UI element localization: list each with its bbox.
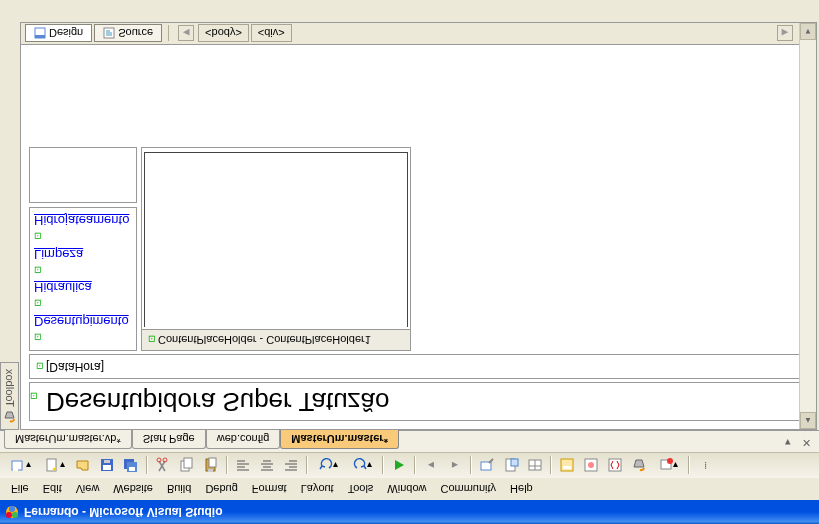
tab-webconfig[interactable]: web.config <box>206 430 281 449</box>
save-button[interactable] <box>96 455 118 477</box>
svg-rect-4 <box>12 462 22 471</box>
separator <box>306 457 308 475</box>
separator <box>688 457 690 475</box>
nav-fwd-button[interactable]: ► <box>444 455 466 477</box>
menu-format[interactable]: Format <box>245 481 294 497</box>
open-button[interactable] <box>72 455 94 477</box>
toolbox-label: Toolbox <box>4 369 16 407</box>
svg-rect-18 <box>208 470 213 473</box>
link-hidrojateamento[interactable]: Hidrojateamento <box>34 212 132 230</box>
content-placeholder-body[interactable] <box>144 152 408 327</box>
align-left-button[interactable] <box>232 455 254 477</box>
vertical-scrollbar[interactable]: ▲ ▼ <box>799 23 816 429</box>
toolbox-panel-tab[interactable]: Toolbox <box>0 362 19 430</box>
design-surface: ⊡Desentupidora Super Tatuzão ⊡[DataHora]… <box>20 22 817 430</box>
window-titlebar: Fernando - Microsoft Visual Studio <box>0 500 819 524</box>
find-button[interactable] <box>476 455 498 477</box>
svg-point-1 <box>6 512 12 518</box>
save-all-button[interactable] <box>120 455 142 477</box>
menu-community[interactable]: Community <box>433 481 503 497</box>
stylesheet-button[interactable] <box>500 455 522 477</box>
tab-start-page[interactable]: Start Page <box>132 430 206 449</box>
breadcrumb-body[interactable]: <body> <box>198 25 249 43</box>
link-hidraulica[interactable]: Hidraulica <box>34 279 132 297</box>
toolbox-icon <box>3 410 16 423</box>
separator <box>550 457 552 475</box>
svg-rect-12 <box>129 468 135 472</box>
smart-tag-marker: ⊡ <box>34 231 42 241</box>
link-desentupimento[interactable]: Desentupimento <box>34 312 132 330</box>
copy-button[interactable] <box>176 455 198 477</box>
toolbar-options-button[interactable]: ⁞ <box>694 455 716 477</box>
menu-view[interactable]: View <box>69 481 107 497</box>
menu-edit[interactable]: Edit <box>36 481 69 497</box>
svg-rect-19 <box>209 459 216 468</box>
scroll-up-icon[interactable]: ▲ <box>800 412 816 429</box>
solution-explorer-button[interactable] <box>556 455 578 477</box>
tab-master-vb[interactable]: MasterUm.master.vb* <box>4 430 132 449</box>
breadcrumb-next-icon[interactable]: ► <box>777 26 793 42</box>
add-item-button[interactable]: ▾ <box>38 455 70 477</box>
table-button[interactable] <box>524 455 546 477</box>
app-icon <box>4 504 20 520</box>
empty-cell[interactable] <box>29 147 137 203</box>
page-title[interactable]: Desentupidora Super Tatuzão <box>40 383 396 420</box>
menu-website[interactable]: Website <box>106 481 160 497</box>
toolbox-button[interactable] <box>628 455 650 477</box>
separator <box>168 26 170 42</box>
smart-tag-marker: ⊡ <box>34 265 42 275</box>
error-list-button[interactable]: ▾ <box>652 455 684 477</box>
object-browser-button[interactable] <box>604 455 626 477</box>
link-limpeza[interactable]: Limpeza <box>34 245 132 263</box>
svg-point-3 <box>9 506 15 512</box>
svg-rect-9 <box>104 461 110 464</box>
separator <box>382 457 384 475</box>
svg-rect-8 <box>103 466 111 471</box>
design-view-tab[interactable]: Design <box>25 25 92 43</box>
svg-rect-16 <box>184 459 192 469</box>
align-center-button[interactable] <box>256 455 278 477</box>
align-right-button[interactable] <box>280 455 302 477</box>
new-project-button[interactable]: ▾ <box>4 455 36 477</box>
smart-tag-marker: ⊡ <box>30 391 38 401</box>
tab-dropdown-icon[interactable]: ▾ <box>781 436 795 450</box>
separator <box>146 457 148 475</box>
content-placeholder[interactable]: ⊡ContentPlaceHolder - ContentPlaceHolder… <box>141 147 411 351</box>
menu-debug[interactable]: Debug <box>198 481 244 497</box>
source-view-icon <box>103 28 115 40</box>
svg-rect-25 <box>563 467 571 470</box>
menu-file[interactable]: File <box>4 481 36 497</box>
content-placeholder-label: ContentPlaceHolder - ContentPlaceHolder1 <box>158 334 371 346</box>
breadcrumb-div[interactable]: <div> <box>251 25 292 43</box>
nav-links-cell: ⊡Desentupimento ⊡Hidraulica ⊡Limpeza ⊡Hi… <box>29 207 137 351</box>
menu-window[interactable]: Window <box>380 481 433 497</box>
tab-masterum-master[interactable]: MasterUm.master* <box>280 430 399 449</box>
design-view-icon <box>34 28 46 40</box>
separator <box>470 457 472 475</box>
menu-bar: File Edit View Website Build Debug Forma… <box>0 478 819 500</box>
menu-help[interactable]: Help <box>503 481 540 497</box>
source-view-tab[interactable]: Source <box>94 25 162 43</box>
svg-rect-5 <box>13 470 18 472</box>
toolbar: ▾ ▾ ▾ ▾ ◄ ► ▾ ⁞ <box>0 452 819 478</box>
page-design[interactable]: ⊡Desentupidora Super Tatuzão ⊡[DataHora]… <box>21 139 816 429</box>
start-debug-button[interactable] <box>388 455 410 477</box>
undo-button[interactable]: ▾ <box>312 455 344 477</box>
separator <box>414 457 416 475</box>
separator <box>226 457 228 475</box>
nav-back-button[interactable]: ◄ <box>420 455 442 477</box>
datahora-label: ⊡[DataHora] <box>29 354 808 379</box>
menu-layout[interactable]: Layout <box>294 481 341 497</box>
svg-point-27 <box>588 463 594 469</box>
tab-close-icon[interactable]: ✕ <box>799 436 813 450</box>
breadcrumb-prev-icon[interactable]: ◄ <box>178 26 194 42</box>
cut-button[interactable] <box>152 455 174 477</box>
menu-tools[interactable]: Tools <box>341 481 381 497</box>
properties-button[interactable] <box>580 455 602 477</box>
scroll-down-icon[interactable]: ▼ <box>800 23 816 40</box>
svg-rect-24 <box>561 460 573 472</box>
menu-build[interactable]: Build <box>160 481 198 497</box>
paste-button[interactable] <box>200 455 222 477</box>
redo-button[interactable]: ▾ <box>346 455 378 477</box>
window-title: Fernando - Microsoft Visual Studio <box>24 505 222 519</box>
